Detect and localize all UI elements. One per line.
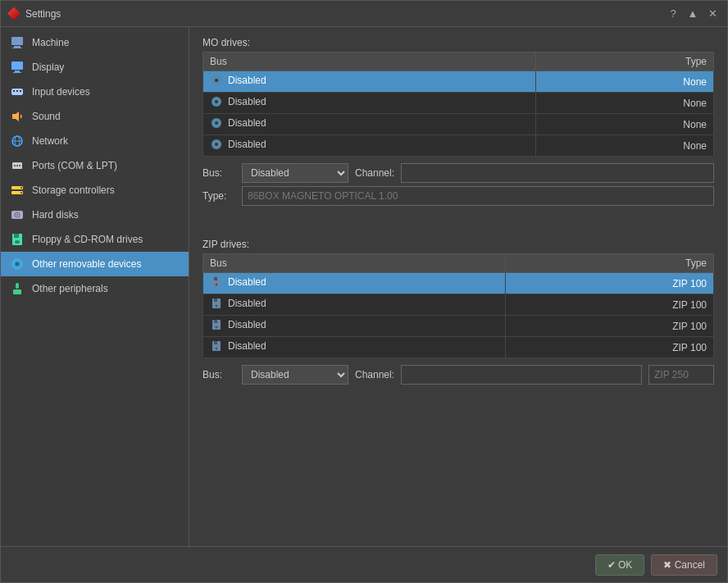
mo-type-input: [242, 186, 714, 206]
machine-icon: [9, 34, 25, 51]
content-area: MO drives: Bus Type Disabled None: [189, 27, 727, 546]
svg-point-40: [215, 143, 218, 146]
sidebar-item-ports-label: Ports (COM & LPT): [32, 160, 117, 171]
svg-rect-45: [214, 298, 217, 302]
zip-type-input: [648, 365, 714, 385]
svg-point-49: [216, 326, 218, 329]
svg-rect-4: [15, 71, 20, 72]
mo-bus-select[interactable]: Disabled: [242, 163, 348, 183]
svg-rect-42: [214, 277, 217, 280]
app-icon: [7, 7, 20, 20]
sidebar-item-input[interactable]: Input devices: [1, 80, 189, 104]
sidebar-item-display-label: Display: [32, 61, 64, 73]
sidebar-item-network-label: Network: [32, 135, 68, 147]
svg-point-43: [216, 284, 218, 286]
mo-col-bus-header: Bus: [203, 52, 536, 71]
svg-point-17: [19, 165, 20, 166]
svg-rect-51: [214, 341, 217, 344]
svg-point-30: [16, 263, 18, 265]
zip-bus-label: Bus:: [202, 369, 235, 380]
svg-point-36: [215, 100, 218, 103]
ports-icon: [9, 157, 25, 174]
zip-bus-row: Bus: Disabled Channel:: [202, 365, 714, 385]
zip-drive-icon-0: Disabled: [210, 276, 266, 289]
zip-table-row[interactable]: Disabled ZIP 100: [203, 273, 714, 294]
mo-drive-icon-2: Disabled: [210, 116, 266, 130]
zip-col-type-header: Type: [506, 254, 714, 273]
sidebar-item-display[interactable]: Display: [1, 55, 189, 80]
sidebar-item-machine[interactable]: Machine: [1, 30, 189, 55]
svg-rect-8: [16, 90, 18, 92]
svg-rect-2: [12, 48, 22, 48]
zip-bus-select[interactable]: Disabled: [242, 365, 348, 385]
sidebar-item-floppy[interactable]: Floppy & CD-ROM drives: [1, 227, 189, 252]
input-icon: [9, 84, 25, 100]
sidebar-item-ports[interactable]: Ports (COM & LPT): [1, 153, 189, 178]
mo-table-row[interactable]: Disabled None: [203, 71, 714, 93]
zip-drive-icon-2: Disabled: [210, 318, 266, 331]
mo-type-label: Type:: [202, 190, 235, 202]
close-button[interactable]: ✕: [704, 6, 721, 22]
zip-drives-table: Bus Type Disabled ZIP 100 Disabled: [202, 253, 714, 358]
sidebar-item-removable[interactable]: Other removable devices: [1, 252, 189, 276]
mo-table-row[interactable]: Disabled None: [203, 135, 714, 157]
removable-icon: [9, 256, 25, 272]
titlebar: Settings ? ▲ ✕: [1, 1, 727, 27]
mo-drives-table: Bus Type Disabled None Disabled: [202, 52, 714, 157]
sidebar-item-harddisks[interactable]: Hard disks: [1, 203, 189, 227]
sidebar: Machine Display Input devices: [1, 27, 189, 546]
help-button[interactable]: ?: [665, 6, 681, 22]
svg-marker-10: [12, 112, 19, 121]
mo-drive-icon-1: Disabled: [210, 95, 266, 108]
mo-type-row: Type:: [202, 186, 714, 206]
mo-bus-row: Bus: Disabled Channel:: [202, 163, 714, 183]
svg-rect-0: [11, 37, 23, 45]
mo-section-title: MO drives:: [202, 37, 714, 48]
bottom-bar: ✔ OK ✖ Cancel: [1, 546, 727, 582]
zip-section-title: ZIP drives:: [202, 239, 714, 250]
cancel-button[interactable]: ✖ Cancel: [651, 554, 717, 576]
floppy-icon: [9, 231, 25, 248]
main-content: Machine Display Input devices: [1, 27, 727, 546]
mo-section: MO drives: Bus Type Disabled None: [202, 37, 714, 206]
zip-table-row[interactable]: Disabled ZIP 100: [203, 294, 714, 316]
sidebar-item-network[interactable]: Network: [1, 129, 189, 153]
svg-point-20: [20, 187, 22, 189]
sidebar-item-storage-label: Storage controllers: [32, 184, 115, 196]
mo-table-row[interactable]: Disabled None: [203, 93, 714, 114]
mo-bus-label: Bus:: [202, 167, 235, 179]
mo-table-row[interactable]: Disabled None: [203, 114, 714, 135]
mo-drive-icon-3: Disabled: [210, 138, 266, 151]
zip-col-bus-header: Bus: [203, 254, 506, 273]
zip-table-row[interactable]: Disabled ZIP 100: [203, 316, 714, 337]
sidebar-item-storage[interactable]: Storage controllers: [1, 178, 189, 203]
svg-point-34: [215, 79, 218, 82]
svg-rect-26: [14, 234, 19, 238]
section-gap: [202, 216, 714, 229]
svg-rect-32: [13, 289, 21, 294]
svg-point-46: [216, 305, 218, 307]
zip-section: ZIP drives: Bus Type Disabled ZIP: [202, 239, 714, 385]
sidebar-item-machine-label: Machine: [32, 37, 69, 48]
svg-point-38: [215, 121, 218, 125]
sidebar-item-sound[interactable]: Sound: [1, 104, 189, 129]
svg-point-24: [16, 214, 18, 216]
mo-channel-label: Channel:: [355, 167, 394, 179]
peripherals-icon: [9, 280, 25, 297]
ok-button[interactable]: ✔ OK: [595, 554, 645, 576]
svg-point-16: [16, 165, 18, 166]
sidebar-item-peripherals[interactable]: Other peripherals: [1, 276, 189, 301]
titlebar-buttons: ? ▲ ✕: [665, 6, 721, 22]
svg-rect-3: [11, 61, 23, 70]
svg-rect-9: [20, 90, 21, 92]
sidebar-item-sound-label: Sound: [32, 111, 61, 122]
zip-channel-label: Channel:: [355, 369, 394, 380]
zip-table-row[interactable]: Disabled ZIP 100: [203, 337, 714, 358]
minimize-button[interactable]: ▲: [685, 6, 701, 22]
zip-drive-icon-1: Disabled: [210, 297, 266, 310]
storage-icon: [9, 182, 25, 198]
svg-rect-27: [15, 240, 20, 244]
svg-point-21: [20, 192, 22, 194]
svg-rect-5: [13, 72, 21, 73]
sidebar-item-floppy-label: Floppy & CD-ROM drives: [32, 234, 143, 245]
